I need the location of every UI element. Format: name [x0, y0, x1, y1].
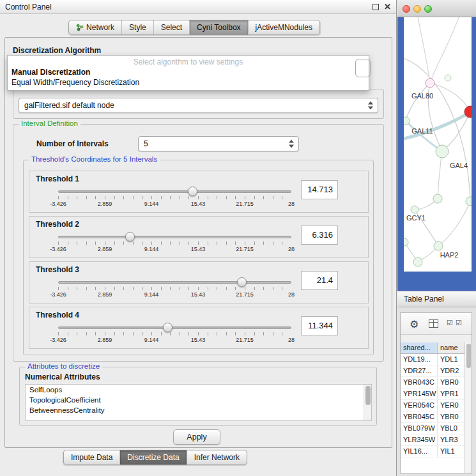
table-row[interactable]: YDR27...YDR2 — [401, 365, 472, 377]
tab-style[interactable]: Style — [121, 20, 153, 35]
table-row[interactable]: YIL16...YIL1 — [401, 446, 472, 457]
mac-close-button[interactable] — [403, 5, 410, 13]
graph-edge[interactable] — [430, 83, 470, 112]
graph-edge[interactable] — [438, 151, 442, 199]
table-cell-shared-name[interactable]: YPR145W — [401, 388, 438, 399]
slider-track[interactable] — [58, 326, 291, 329]
graph-node-label: GCY1 — [406, 214, 426, 222]
graph-node[interactable] — [404, 238, 408, 246]
algorithm-dropdown-popup: Select algorithm to view settings Manual… — [7, 55, 369, 91]
mac-minimize-button[interactable] — [413, 5, 421, 13]
threshold-4-value-field[interactable]: 11.344 — [301, 316, 338, 335]
tab-select-label: Select — [161, 23, 182, 32]
table-row[interactable]: YBR045CYBR0 — [401, 411, 472, 423]
graph-edge[interactable] — [406, 83, 430, 121]
number-of-intervals-value: 5 — [144, 139, 148, 148]
slider-thumb[interactable] — [237, 277, 247, 287]
graph-node[interactable] — [466, 197, 472, 206]
table-cell-shared-name[interactable]: YIL16... — [401, 446, 438, 457]
graph-node[interactable] — [434, 242, 443, 250]
table-scrollbar[interactable] — [464, 342, 472, 473]
select-all-icon[interactable]: ☑ — [456, 319, 462, 327]
graph-edge[interactable] — [442, 112, 470, 151]
table-row[interactable]: YBL079WYBL0 — [401, 423, 472, 434]
number-of-intervals-combobox[interactable]: 5 — [138, 136, 299, 151]
scrollbar-thumb[interactable] — [365, 386, 371, 405]
tab-discretize-data[interactable]: Discretize Data — [119, 450, 186, 464]
graph-node[interactable] — [413, 257, 422, 266]
graph-node[interactable] — [404, 117, 410, 125]
slider-track[interactable] — [58, 236, 291, 238]
graph-node[interactable] — [433, 194, 442, 203]
attribute-list-item[interactable]: SelfLoops — [26, 385, 371, 395]
threshold-3-slider[interactable]: -3.4262.8599.14415.4321.71528 — [58, 281, 291, 299]
columns-icon[interactable] — [429, 319, 438, 328]
network-canvas[interactable]: GAL80GAL11GAL4GCY1HAP2 — [404, 17, 472, 272]
slider-thumb[interactable] — [125, 232, 135, 242]
threshold-3-value-field[interactable]: 21.4 — [301, 271, 338, 290]
tab-select[interactable]: Select — [153, 20, 189, 35]
algorithm-combo-fragment[interactable] — [355, 59, 371, 77]
algorithm-option-equal-width[interactable]: Equal Width/Frequency Discretization — [8, 77, 369, 90]
graph-edge[interactable] — [418, 17, 430, 83]
tab-jactivemnodules[interactable]: jActiveMNodules — [248, 20, 319, 35]
table-cell-shared-name[interactable]: YBR043C — [401, 377, 438, 388]
table-cell-shared-name[interactable]: YBL079W — [401, 423, 438, 434]
table-cell-shared-name[interactable]: YDR27... — [401, 365, 438, 376]
tab-infer-network[interactable]: Infer Network — [187, 450, 247, 464]
apply-button[interactable]: Apply — [173, 429, 220, 445]
algorithm-placeholder-option[interactable]: Select algorithm to view settings — [8, 56, 369, 67]
slider-thumb[interactable] — [163, 323, 173, 332]
slider-thumb[interactable] — [188, 187, 197, 196]
table-data-combobox[interactable]: galFiltered.sif default node — [19, 98, 378, 113]
tab-impute-data[interactable]: Impute Data — [64, 450, 119, 464]
network-canvas-svg: GAL80GAL11GAL4GCY1HAP2 — [404, 17, 472, 272]
threshold-2-value-field[interactable]: 6.316 — [301, 226, 338, 245]
thresholds-group-label: Threshold's Coordinates for 5 Intervals — [29, 155, 160, 163]
graph-edge[interactable] — [430, 17, 459, 83]
list-scrollbar[interactable] — [364, 385, 371, 420]
table-cell-shared-name[interactable]: YER054C — [401, 400, 438, 411]
table-cell-shared-name[interactable]: YLR345W — [401, 434, 438, 445]
mac-zoom-button[interactable] — [424, 5, 432, 13]
gear-icon[interactable]: ⚙ — [410, 318, 418, 330]
close-icon[interactable]: ✕ — [384, 2, 391, 12]
table-row[interactable]: YER054CYER0 — [401, 400, 472, 411]
table-row[interactable]: YDL19...YDL1 — [401, 354, 472, 365]
algorithm-option-manual[interactable]: Manual Discretization — [8, 67, 369, 77]
column-header-shared-name[interactable]: shared... — [401, 342, 438, 353]
graph-node[interactable] — [445, 75, 451, 81]
attribute-list-item[interactable]: BetweennessCentrality — [26, 405, 371, 415]
graph-node[interactable] — [411, 206, 418, 213]
graph-node[interactable] — [426, 79, 434, 88]
float-window-icon[interactable] — [372, 4, 379, 10]
select-columns-icon[interactable]: ☑ — [447, 319, 453, 327]
slider-tick-label: 15.43 — [191, 246, 206, 252]
scrollbar-thumb[interactable] — [466, 344, 471, 368]
network-window-titlebar — [397, 0, 476, 17]
threshold-4-slider[interactable]: -3.4262.8599.14415.4321.71528 — [58, 326, 291, 344]
slider-track[interactable] — [58, 190, 291, 193]
table-panel-titlebar: Table Panel — [397, 291, 476, 307]
numerical-attributes-heading: Numerical Attributes — [25, 372, 100, 381]
tab-impute-data-label: Impute Data — [71, 453, 112, 462]
table-row[interactable]: YBR043CYBR0 — [401, 377, 472, 388]
slider-track[interactable] — [58, 281, 291, 284]
threshold-1-slider[interactable]: -3.4262.8599.14415.4321.71528 — [58, 190, 291, 208]
threshold-1-value-field[interactable]: 14.713 — [301, 180, 338, 199]
slider-tick-label: 28 — [288, 246, 295, 252]
table-row[interactable]: YLR345WYLR3 — [401, 434, 472, 446]
tab-network[interactable]: Network — [69, 20, 121, 35]
slider-tick-label: 9.144 — [144, 246, 159, 252]
tab-cyni-toolbox[interactable]: Cyni Toolbox — [189, 20, 247, 35]
table-row[interactable]: YPR145WYPR1 — [401, 388, 472, 400]
node-table: shared... name YDL19...YDL1YDR27...YDR2Y… — [401, 342, 472, 473]
table-cell-shared-name[interactable]: YBR045C — [401, 411, 438, 422]
graph-edge[interactable] — [438, 201, 470, 246]
threshold-2-slider[interactable]: -3.4262.8599.14415.4321.71528 — [58, 236, 291, 254]
table-cell-shared-name[interactable]: YDL19... — [401, 354, 438, 365]
slider-tick-label: 28 — [288, 337, 295, 343]
attribute-list-item[interactable]: TopologicalCoefficient — [26, 395, 371, 405]
numerical-attributes-list[interactable]: SelfLoopsTopologicalCoefficientBetweenne… — [25, 384, 372, 421]
graph-node[interactable] — [436, 145, 449, 158]
